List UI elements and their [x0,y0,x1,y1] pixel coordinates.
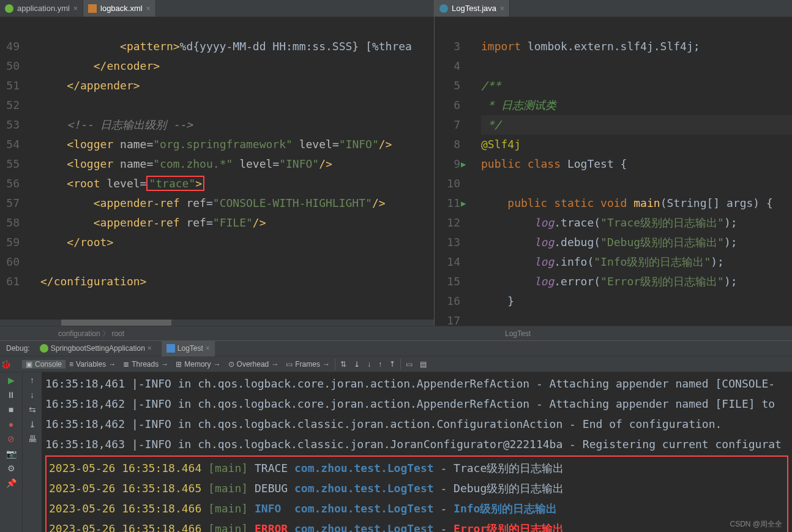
tab-label: LogTest.java [452,4,496,13]
tab-logtest-java[interactable]: LogTest.java × [435,0,510,17]
step-icon[interactable]: ⤒ [386,360,399,369]
console-tab[interactable]: ▣ Console [22,360,65,369]
tab-label: application.yml [17,4,70,13]
fold-column [464,17,476,326]
tab-label: logback.xml [100,4,143,13]
camera-icon[interactable]: 📷 [6,448,17,459]
console-area: ▶ ⏸ ■ ● ⊘ 📷 ⚙ 📌 ↑ ↓ ⇆ ⤓ 🖶 16:35:18,461 |… [0,372,792,532]
debug-label: Debug: [6,344,30,353]
breakpoint-icon[interactable]: ● [6,419,17,430]
fold-column [23,17,35,320]
horizontal-scrollbar[interactable] [0,320,434,326]
console-side-toolbar: ↑ ↓ ⇆ ⤓ 🖶 [22,372,42,532]
memory-tab[interactable]: ⊞ Memory → [172,360,224,369]
stop-icon[interactable]: ■ [6,404,17,415]
right-tabs: LogTest.java × [435,0,792,17]
left-tabs: application.yml × logback.xml × [0,0,434,17]
breadcrumb-right[interactable]: LogTest [493,326,531,340]
wrap-icon[interactable]: ⇆ [27,404,38,415]
tab-application-yml[interactable]: application.yml × [0,0,83,17]
close-icon[interactable]: × [148,344,152,353]
settings-icon[interactable]: ⚙ [6,463,17,474]
right-code-area[interactable]: 3456789▶1011▶1213141516171819 import lom… [435,17,792,326]
print-icon[interactable]: 🖶 [27,433,38,444]
mute-breakpoint-icon[interactable]: ⊘ [6,433,17,444]
close-icon[interactable]: × [146,4,151,13]
java-icon [439,4,448,13]
resume-icon[interactable]: ▶ [6,375,17,386]
debug-header: Debug: SpringbootSettingApplication × Lo… [0,340,792,356]
down-arrow-icon[interactable]: ↓ [27,389,38,400]
close-icon[interactable]: × [206,344,210,353]
right-gutter: 3456789▶1011▶1213141516171819 [435,17,464,326]
overhead-tab[interactable]: ⊙ Overhead → [225,360,283,369]
app-icon [166,344,175,353]
close-icon[interactable]: × [73,4,78,13]
step-icon[interactable]: ↓ [364,360,375,369]
left-editor-pane: application.yml × logback.xml × 49505152… [0,0,435,326]
breadcrumb-bar: configuration 〉 root LogTest [0,326,792,340]
spring-icon [5,4,13,13]
left-gutter: 49505152535455565758596061 [0,17,23,320]
right-editor-pane: LogTest.java × 3456789▶1011▶121314151617… [435,0,792,326]
close-icon[interactable]: × [500,4,504,13]
debug-side-toolbar: ▶ ⏸ ■ ● ⊘ 📷 ⚙ 📌 [0,372,22,532]
breadcrumb-left[interactable]: configuration 〉 root [58,326,493,340]
layout-icon[interactable]: ▤ [416,360,430,369]
tab-logback-xml[interactable]: logback.xml × [83,0,156,17]
xml-code[interactable]: <pattern>%d{yyyy-MM-dd HH:mm:ss.SSS} [%t… [35,17,434,320]
xml-icon [88,4,97,13]
step-icon[interactable]: ↑ [375,360,386,369]
debug-toolbar: 🐞 ▣ Console ≡ Variables → ≣ Threads → ⊞ … [0,356,792,372]
variables-tab[interactable]: ≡ Variables → [65,360,119,369]
threads-tab[interactable]: ≣ Threads → [119,360,172,369]
step-icon[interactable]: ⤓ [350,360,364,369]
console-output[interactable]: 16:35:18,461 |-INFO in ch.qos.logback.co… [42,372,792,532]
debug-tab-label: LogTest [177,344,203,353]
left-code-area[interactable]: 49505152535455565758596061 <pattern>%d{y… [0,17,434,320]
debug-tab-springboot[interactable]: SpringbootSettingApplication × [35,340,157,356]
step-icon[interactable]: ⇅ [337,360,350,369]
pause-icon[interactable]: ⏸ [6,389,17,400]
debug-icon[interactable]: 🐞 [0,359,11,370]
up-arrow-icon[interactable]: ↑ [27,375,38,386]
java-code[interactable]: import lombok.extern.slf4j.Slf4j;/** * 日… [476,17,792,326]
watermark: CSDN @周全全 [730,519,782,530]
scroll-icon[interactable]: ⤓ [27,419,38,430]
debug-tab-logtest[interactable]: LogTest × [162,340,215,356]
scrollbar-thumb[interactable] [61,320,171,326]
spring-icon [40,344,48,353]
frames-tab[interactable]: ▭ Frames → [282,360,334,369]
pin-icon[interactable]: 📌 [6,478,17,489]
layout-icon[interactable]: ▭ [402,360,416,369]
debug-tab-label: SpringbootSettingApplication [51,344,145,353]
